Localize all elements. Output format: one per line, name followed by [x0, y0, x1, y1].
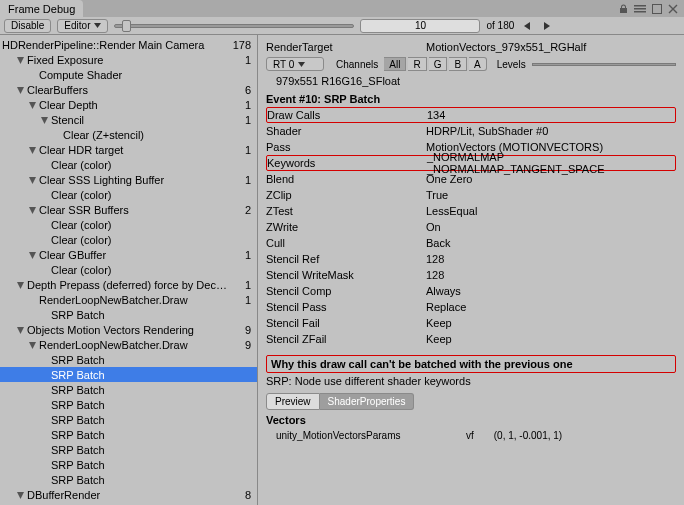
tree-row[interactable]: SRP Batch — [0, 307, 257, 322]
tree-row[interactable]: Clear (color) — [0, 217, 257, 232]
context-menu-icon[interactable] — [634, 4, 646, 14]
tree-root-count: 178 — [229, 39, 253, 51]
window-tab[interactable]: Frame Debug — [0, 0, 83, 17]
tree-row[interactable]: SRP Batch — [0, 457, 257, 472]
disable-button[interactable]: Disable — [4, 19, 51, 33]
tree-row[interactable]: SRP Batch — [0, 367, 257, 382]
foldout-open-icon[interactable] — [16, 55, 25, 64]
tree-row[interactable]: Clear Depth1 — [0, 97, 257, 112]
foldout-open-icon[interactable] — [40, 115, 49, 124]
property-key: Stencil Ref — [266, 253, 426, 265]
tree-row[interactable]: Clear HDR target1 — [0, 142, 257, 157]
tab-preview[interactable]: Preview — [266, 393, 320, 410]
foldout-open-icon[interactable] — [28, 205, 37, 214]
tree-row[interactable]: Clear (color) — [0, 187, 257, 202]
tree-root[interactable]: HDRenderPipeline::Render Main Camera 178 — [0, 37, 257, 52]
mode-dropdown[interactable]: Editor — [57, 19, 108, 33]
tree-row-count: 1 — [229, 54, 253, 66]
tab-shader-properties[interactable]: ShaderProperties — [320, 393, 415, 410]
property-key: Stencil Fail — [266, 317, 426, 329]
foldout-open-icon[interactable] — [28, 100, 37, 109]
tree-row[interactable]: RenderLoopNewBatcher.Draw9 — [0, 337, 257, 352]
foldout-spacer — [28, 295, 37, 304]
foldout-open-icon[interactable] — [28, 175, 37, 184]
tree-row[interactable]: Fixed Exposure1 — [0, 52, 257, 67]
property-value: HDRP/Lit, SubShader #0 — [426, 125, 676, 137]
property-value: Back — [426, 237, 676, 249]
tree-row[interactable]: Stencil1 — [0, 112, 257, 127]
tree-row[interactable]: SRP Batch — [0, 427, 257, 442]
tree-row[interactable]: Clear (color) — [0, 262, 257, 277]
tree-row[interactable]: RenderLoopNewBatcher.Draw1 — [0, 292, 257, 307]
tree-row[interactable]: Clear (Z+stencil) — [0, 127, 257, 142]
foldout-open-icon[interactable] — [16, 325, 25, 334]
slider-thumb[interactable] — [122, 20, 131, 32]
close-icon[interactable] — [668, 4, 678, 14]
vector-type: vf — [466, 430, 474, 441]
foldout-open-icon[interactable] — [28, 250, 37, 259]
tree-row[interactable]: SRP Batch — [0, 472, 257, 487]
tree-row[interactable]: Clear SSS Lighting Buffer1 — [0, 172, 257, 187]
foldout-spacer — [40, 235, 49, 244]
foldout-open-icon[interactable] — [28, 145, 37, 154]
event-slider[interactable] — [114, 20, 354, 32]
tree-row[interactable]: Objects Motion Vectors Rendering9 — [0, 322, 257, 337]
foldout-spacer — [40, 355, 49, 364]
tree-row[interactable]: Clear GBuffer1 — [0, 247, 257, 262]
channel-g[interactable]: G — [429, 57, 448, 71]
tree-row[interactable]: Compute Shader — [0, 67, 257, 82]
tree-row[interactable]: Clear SSR Buffers2 — [0, 202, 257, 217]
vector-value: (0, 1, -0.001, 1) — [494, 430, 562, 441]
tree-row-count: 6 — [229, 84, 253, 96]
tree-row-count: 1 — [229, 114, 253, 126]
event-number-field[interactable]: 10 — [360, 19, 480, 33]
property-key: Pass — [266, 141, 426, 153]
tree-row-count: 2 — [229, 204, 253, 216]
tree-row[interactable]: SRP Batch — [0, 352, 257, 367]
tree-row[interactable]: SRP Batch — [0, 412, 257, 427]
svg-rect-3 — [653, 4, 662, 13]
levels-slider[interactable] — [532, 63, 676, 66]
property-key: Stencil ZFail — [266, 333, 426, 345]
property-row: Stencil CompAlways — [266, 283, 676, 299]
foldout-open-icon[interactable] — [28, 340, 37, 349]
tree-row-count: 1 — [229, 174, 253, 186]
tree-row-label: Clear (color) — [51, 189, 229, 201]
tree-row[interactable]: DBufferRender8 — [0, 487, 257, 502]
property-value: Keep — [426, 317, 676, 329]
channel-r[interactable]: R — [408, 57, 426, 71]
tree-row[interactable]: ClearBuffers6 — [0, 82, 257, 97]
tree-row-label: Fixed Exposure — [27, 54, 229, 66]
tree-row[interactable]: Clear (color) — [0, 157, 257, 172]
property-row: Stencil ZFailKeep — [266, 331, 676, 347]
event-tree[interactable]: HDRenderPipeline::Render Main Camera 178… — [0, 35, 258, 505]
foldout-open-icon[interactable] — [16, 85, 25, 94]
tree-row[interactable]: SRP Batch — [0, 442, 257, 457]
tree-row-label: Compute Shader — [39, 69, 229, 81]
tree-row-label: Stencil — [51, 114, 229, 126]
lock-icon[interactable] — [619, 4, 628, 14]
foldout-open-icon[interactable] — [16, 280, 25, 289]
tree-row[interactable]: Depth Prepass (deferred) force by Decals… — [0, 277, 257, 292]
tree-row[interactable]: SRP Batch — [0, 382, 257, 397]
channel-a[interactable]: A — [469, 57, 487, 71]
tree-row-label: Clear (color) — [51, 234, 229, 246]
next-event-button[interactable] — [540, 22, 554, 30]
tree-row-label: Clear (Z+stencil) — [63, 129, 229, 141]
property-value: 128 — [426, 253, 676, 265]
foldout-open-icon[interactable] — [16, 490, 25, 499]
rt-dropdown[interactable]: RT 0 — [266, 57, 324, 71]
property-value: 128 — [426, 269, 676, 281]
chevron-down-icon — [298, 62, 305, 67]
tree-row-label: SRP Batch — [51, 354, 229, 366]
channel-all[interactable]: All — [384, 57, 406, 71]
tree-row-label: Clear Depth — [39, 99, 229, 111]
channel-b[interactable]: B — [449, 57, 467, 71]
foldout-spacer — [40, 460, 49, 469]
maximize-icon[interactable] — [652, 4, 662, 14]
tree-row[interactable]: Clear (color) — [0, 232, 257, 247]
property-key: Stencil Pass — [266, 301, 426, 313]
property-value: On — [426, 221, 676, 233]
tree-row[interactable]: SRP Batch — [0, 397, 257, 412]
prev-event-button[interactable] — [520, 22, 534, 30]
